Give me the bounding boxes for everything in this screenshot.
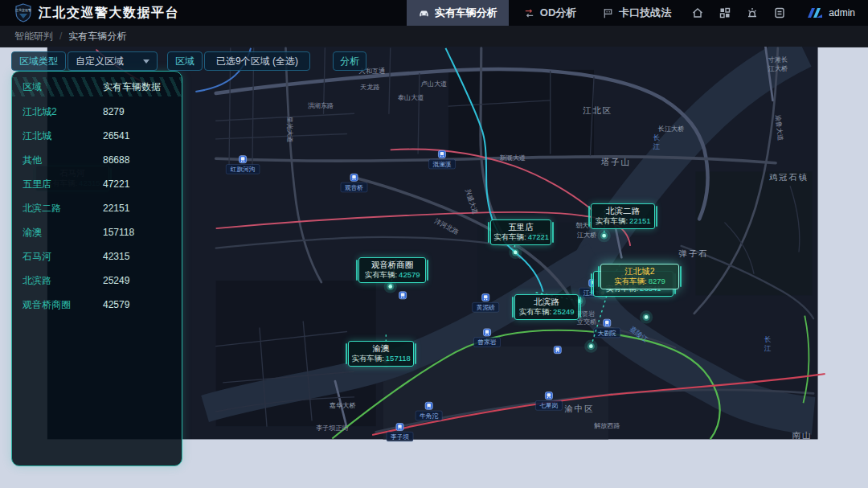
station-label: 溉澜溪 — [432, 161, 451, 168]
map-canvas[interactable]: 红旗河沟观音桥溉澜溪黄泥磅江北城大剧院曾家岩七星岗牛角沱李子坝 人和互通天龙路卢… — [0, 47, 868, 488]
map-label: 嘉华大桥 — [330, 402, 356, 409]
map-label: 渝中区 — [565, 404, 595, 413]
nav-vehicle-analysis[interactable]: 实有车辆分析 — [407, 0, 509, 26]
station-label: 黄泥磅 — [477, 304, 495, 311]
tooltip-value-label: 实有车辆: — [614, 277, 647, 285]
username: admin — [829, 7, 855, 18]
map-label: 长江大桥 — [658, 125, 685, 133]
tooltip-vehicle-count: 22151 — [629, 216, 650, 225]
region-vehicle-count: 26541 — [103, 130, 129, 141]
map-tooltip-region[interactable]: 观音桥商圈实有车辆:42579 — [358, 257, 426, 283]
tooltip-vehicle-count: 8279 — [649, 277, 665, 285]
region-name: 石马河 — [23, 250, 103, 264]
region-row[interactable]: 渝澳157118 — [12, 220, 182, 244]
region-name: 渝澳 — [23, 226, 103, 240]
nav-checkpoint-tactics[interactable]: 卡口技战法 — [591, 0, 682, 26]
region-label: 区域 — [167, 51, 203, 71]
region-row[interactable]: 五里店47221 — [12, 172, 182, 196]
region-vehicle-count: 8279 — [103, 106, 125, 117]
breadcrumb-page: 实有车辆分析 — [68, 30, 126, 43]
map-label: 解放西路 — [594, 422, 620, 429]
station-label: 大剧院 — [598, 330, 616, 337]
region-row[interactable]: 江北城28279 — [12, 100, 182, 124]
region-row[interactable]: 北滨二路22151 — [12, 196, 182, 220]
region-row[interactable]: 观音桥商圈42579 — [12, 293, 182, 317]
map-tooltip-region[interactable]: 北滨二路实有车辆:22151 — [591, 203, 655, 229]
svg-text:江北交巡警: 江北交巡警 — [15, 8, 31, 12]
tooltip-region-name: 观音桥商圈 — [362, 260, 423, 270]
user-menu[interactable]: admin — [806, 7, 855, 18]
map-label: 寸滩长 — [768, 56, 788, 64]
vehicle-marker-dot[interactable] — [388, 285, 392, 289]
map-label: 星光大道 — [286, 117, 293, 142]
vehicle-marker-dot[interactable] — [589, 344, 593, 348]
region-row[interactable]: 北滨路25249 — [12, 269, 182, 293]
map-label: 洪湖东路 — [308, 102, 334, 109]
docs-button[interactable] — [768, 0, 792, 26]
area-type-select[interactable]: 自定义区域 — [68, 51, 158, 71]
map-label: 塔子山 — [601, 158, 631, 166]
station-label: 七星岗 — [539, 402, 558, 409]
map-tooltip-highlighted[interactable]: 江北城2实有车辆:8279 — [600, 264, 679, 289]
column-vehicle-count: 实有车辆数据 — [103, 80, 161, 94]
map-label: 卢山大道 — [421, 80, 448, 88]
region-name: 观音桥商圈 — [23, 298, 103, 312]
map-label: 长 — [653, 133, 660, 141]
map-tooltip-region[interactable]: 五里店实有车辆:47221 — [490, 219, 551, 245]
map-label: 泰山大道 — [398, 94, 424, 101]
app-logo: 江北交巡警 江北交巡警大数据平台 — [14, 3, 179, 23]
alarm-button[interactable] — [740, 0, 764, 26]
police-shield-icon: 江北交巡警 — [14, 3, 32, 23]
vehicle-marker-dot[interactable] — [645, 315, 649, 319]
map-label: 新溉大道 — [499, 154, 526, 162]
station-label: 曾家岩 — [478, 338, 497, 346]
map-label: 江 — [653, 142, 660, 150]
map-label: 南山 — [792, 431, 811, 440]
breadcrumb-separator: / — [59, 31, 62, 42]
map-label: 江大桥 — [577, 232, 597, 239]
map-tooltip-region[interactable]: 北滨路实有车辆:25249 — [514, 294, 579, 320]
tooltip-region-name: 北滨二路 — [594, 206, 652, 216]
analyze-button[interactable]: 分析 — [333, 51, 366, 71]
tooltip-value-label: 实有车辆: — [364, 270, 397, 279]
region-vehicle-count: 42579 — [103, 299, 129, 310]
region-vehicle-count: 47221 — [103, 178, 129, 190]
map-label: 立交桥 — [577, 318, 597, 326]
nav-od-analysis[interactable]: OD分析 — [512, 0, 588, 26]
tooltip-value-label: 实有车辆: — [595, 216, 628, 225]
map-label: 鸡冠石镇 — [768, 173, 809, 182]
region-name: 北滨二路 — [23, 202, 103, 215]
region-vehicle-count: 22151 — [103, 203, 129, 214]
app-header: 江北交巡警 江北交巡警大数据平台 实有车辆分析 OD分析 卡口技战法 — [0, 0, 868, 26]
region-name: 五里店 — [23, 178, 103, 191]
od-transfer-icon — [523, 7, 535, 19]
breadcrumb-section[interactable]: 智能研判 — [14, 30, 53, 43]
region-select[interactable]: 已选9个区域 (全选) — [204, 51, 310, 71]
tooltip-value-label: 实有车辆: — [518, 307, 551, 316]
map-label: 天龙路 — [360, 84, 379, 91]
vehicle-marker-dot[interactable] — [602, 234, 606, 238]
vehicle-marker-dot[interactable] — [514, 251, 518, 255]
top-nav: 实有车辆分析 OD分析 卡口技战法 — [407, 0, 858, 26]
tooltip-vehicle-count: 25249 — [553, 307, 574, 316]
map-label: 长 — [764, 335, 772, 343]
region-name: 其他 — [23, 154, 103, 167]
region-row[interactable]: 江北城26541 — [12, 124, 182, 148]
tooltip-region-name: 五里店 — [493, 222, 548, 232]
region-vehicle-count: 86688 — [103, 154, 129, 166]
region-name: 北滨路 — [23, 274, 103, 288]
apps-button[interactable] — [713, 0, 737, 26]
tooltip-region-name: 江北城2 — [604, 266, 676, 277]
tooltip-region-name: 渝澳 — [351, 343, 411, 354]
table-header: 区域 实有车辆数据 — [12, 77, 182, 96]
region-row[interactable]: 其他86688 — [12, 148, 182, 172]
apps-grid-icon — [719, 6, 731, 19]
brand-logo-icon — [806, 7, 824, 18]
tooltip-vehicle-count: 42579 — [399, 270, 420, 279]
tooltip-region-name: 北滨路 — [518, 297, 575, 307]
home-button[interactable] — [686, 0, 710, 26]
region-row[interactable]: 石马河42315 — [12, 244, 182, 269]
map-tooltip-region[interactable]: 渝澳实有车辆:157118 — [348, 341, 414, 367]
checkpoint-flag-icon — [602, 7, 614, 19]
region-vehicle-count: 42315 — [103, 251, 129, 262]
